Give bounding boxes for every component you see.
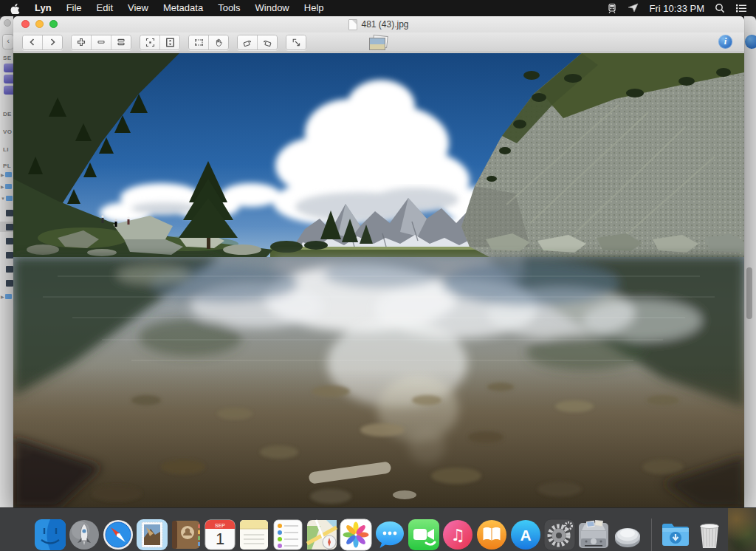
- chevron-right-icon: [48, 38, 57, 47]
- spotlight-search-icon[interactable]: [715, 3, 725, 13]
- sidebar-section-devices: DE: [3, 111, 12, 117]
- menu-edit[interactable]: Edit: [89, 0, 120, 16]
- hand-tool-button[interactable]: [209, 35, 228, 49]
- dock-divider: [651, 519, 652, 551]
- sidebar-thumb[interactable]: [6, 238, 13, 244]
- rotate-right-button[interactable]: [258, 35, 277, 49]
- dock-item-safari[interactable]: [102, 519, 134, 551]
- sidebar-thumb[interactable]: [6, 266, 13, 273]
- dock-item-launchpad[interactable]: [68, 519, 100, 551]
- menu-help[interactable]: Help: [297, 0, 331, 16]
- dock-item-round-app[interactable]: [611, 519, 644, 551]
- notification-center-icon[interactable]: [735, 4, 747, 13]
- fit-vertical-button[interactable]: [160, 35, 179, 49]
- menu-tools[interactable]: Tools: [210, 0, 247, 16]
- dock-item-photos[interactable]: [340, 519, 372, 551]
- actual-size-icon: [117, 38, 126, 47]
- actual-size-button[interactable]: [111, 35, 131, 49]
- rotate-left-button[interactable]: [238, 35, 258, 49]
- menu-window[interactable]: Window: [248, 0, 297, 16]
- show-browser-button[interactable]: [368, 35, 389, 50]
- dock-item-contacts[interactable]: [170, 519, 202, 551]
- close-button[interactable]: [21, 20, 30, 28]
- dock-item-system-preferences[interactable]: [543, 519, 576, 551]
- downloads-folder-icon: [659, 519, 692, 551]
- dock-item-finder[interactable]: [34, 519, 66, 551]
- dock-item-downloads[interactable]: [659, 519, 692, 551]
- dock-item-itunes[interactable]: ♫: [441, 519, 474, 551]
- apple-menu[interactable]: [10, 3, 20, 14]
- dock-item-ibooks[interactable]: [475, 519, 508, 551]
- sidebar-thumb[interactable]: [6, 280, 13, 287]
- dock: SEP 1: [0, 507, 756, 551]
- minus-icon: [97, 38, 106, 47]
- menu-clock[interactable]: Fri 10:33 PM: [650, 3, 704, 14]
- zoom-in-button[interactable]: [72, 35, 92, 49]
- sidebar-smart-folder[interactable]: [4, 75, 13, 83]
- dock-item-scanner-app[interactable]: [577, 519, 610, 551]
- sidebar-folder-row[interactable]: ▶: [1, 184, 12, 189]
- system-preferences-icon: [543, 519, 576, 551]
- sidebar-thumb[interactable]: [6, 210, 13, 216]
- sidebar-section-libraries: LI: [3, 146, 9, 153]
- sidebar-thumb[interactable]: [6, 224, 13, 230]
- zoom-out-button[interactable]: [92, 35, 111, 49]
- finder-icon: [34, 519, 66, 551]
- fullscreen-button[interactable]: [286, 35, 306, 49]
- sidebar-smart-folder[interactable]: [4, 86, 13, 95]
- title-bar[interactable]: 481 (43).jpg: [13, 16, 744, 32]
- inactive-traffic-light[interactable]: [4, 19, 11, 27]
- itunes-icon: ♫: [441, 519, 474, 551]
- rotate-left-icon: [242, 38, 252, 47]
- image-viewer-window: 481 (43).jpg: [13, 16, 744, 508]
- dock-item-facetime[interactable]: [408, 519, 440, 551]
- dock-item-messages[interactable]: [374, 519, 406, 551]
- forward-button[interactable]: [43, 35, 62, 49]
- dock-item-reminders[interactable]: [272, 519, 304, 551]
- sidebar-folder-row[interactable]: ▶: [1, 294, 12, 299]
- scrollbar-thumb[interactable]: [746, 267, 752, 319]
- lake-photo: [13, 53, 744, 508]
- dock-item-notes[interactable]: [238, 519, 270, 551]
- svg-text:1: 1: [216, 530, 224, 548]
- dock-item-mail[interactable]: [136, 519, 168, 551]
- menu-file[interactable]: File: [59, 0, 89, 16]
- dock-item-maps[interactable]: [306, 519, 338, 551]
- menu-metadata[interactable]: Metadata: [156, 0, 210, 16]
- photos-icon: [340, 519, 372, 551]
- contacts-icon: [170, 519, 202, 551]
- sidebar-thumb[interactable]: [6, 252, 13, 259]
- background-window-sidebar: ‹ SE DE VO LI PL ▶ ▶ ▼ ▶: [0, 16, 13, 508]
- safari-icon: [102, 519, 134, 551]
- round-app-icon: [611, 519, 644, 551]
- svg-text:A: A: [520, 527, 531, 544]
- apple-icon: [10, 3, 20, 14]
- info-button[interactable]: i: [718, 35, 732, 49]
- zoom-to-fit-button[interactable]: [140, 35, 160, 49]
- background-back-button[interactable]: ‹: [2, 34, 13, 49]
- background-info-button[interactable]: [745, 35, 756, 49]
- messages-icon: [374, 519, 406, 551]
- fit-vertical-icon: [165, 38, 175, 47]
- pointer-status-icon[interactable]: [628, 3, 639, 13]
- sidebar-folder-row-expanded[interactable]: ▼: [1, 196, 13, 201]
- photo-canvas[interactable]: [13, 53, 744, 508]
- screen: Lyn File Edit View Metadata Tools Window…: [0, 0, 756, 551]
- maps-icon: [306, 519, 338, 551]
- sidebar-smart-folder[interactable]: [4, 64, 13, 72]
- dock-item-calendar[interactable]: SEP 1: [204, 519, 236, 551]
- sidebar-folder-row[interactable]: ▶: [1, 172, 12, 177]
- desktop-wallpaper-patch: [728, 508, 756, 551]
- dock-item-trash[interactable]: [693, 519, 726, 551]
- hand-icon: [214, 38, 224, 47]
- selection-tool-button[interactable]: [189, 35, 209, 49]
- zoom-button[interactable]: [49, 20, 58, 28]
- menu-lyn[interactable]: Lyn: [27, 0, 59, 16]
- minimize-button[interactable]: [35, 20, 44, 28]
- dock-item-app-store[interactable]: A: [509, 519, 542, 551]
- transit-status-icon[interactable]: [607, 3, 617, 14]
- rotate-right-icon: [262, 38, 272, 47]
- launchpad-icon: [68, 519, 100, 551]
- back-button[interactable]: [23, 35, 43, 49]
- menu-view[interactable]: View: [120, 0, 156, 16]
